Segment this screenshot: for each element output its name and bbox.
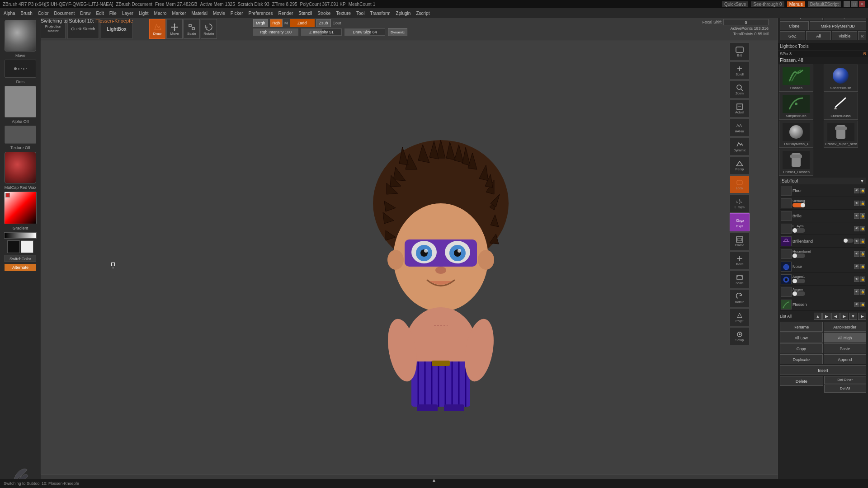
- hosenband-lock[interactable]: 🔒: [860, 251, 865, 257]
- scroll-icon[interactable]: Scroll: [730, 61, 750, 80]
- local-icon[interactable]: Local: [730, 175, 750, 193]
- menu-file[interactable]: File: [108, 10, 118, 16]
- rotate-btn[interactable]: Rotate: [201, 19, 217, 39]
- subtool-flossen[interactable]: Flossen 👁 🔒: [780, 298, 866, 311]
- floor-lock-btn[interactable]: 🔒: [860, 188, 865, 193]
- del-other-btn[interactable]: Del Other: [824, 376, 867, 384]
- quicksave-btn[interactable]: QuickSave: [722, 1, 748, 7]
- tpose3-thumb[interactable]: TPose3_Flossen: [779, 149, 813, 176]
- menu-alpha[interactable]: Alpha: [2, 10, 17, 16]
- menu-material[interactable]: Material: [190, 10, 210, 16]
- nose-lock[interactable]: 🔒: [860, 264, 865, 269]
- zsub-btn[interactable]: Zsub: [316, 19, 331, 27]
- tmpolymesh-thumb[interactable]: TMPolyMesh_1: [779, 121, 813, 148]
- gxyz-icon[interactable]: Gxyz Gxyz: [730, 213, 750, 231]
- aahar-icon[interactable]: AA AAHar: [730, 118, 750, 136]
- laym-eye[interactable]: 👁: [854, 226, 859, 231]
- brille-eye[interactable]: 👁: [854, 213, 859, 219]
- brit-icon[interactable]: Brit: [730, 42, 750, 61]
- tpose2-thumb[interactable]: TPose2_super_here: [824, 121, 858, 148]
- list-all-label[interactable]: List All: [780, 314, 813, 319]
- defaultzscript-btn[interactable]: DefaultZScript: [808, 1, 841, 7]
- menu-render[interactable]: Render: [277, 10, 295, 16]
- all-high-btn[interactable]: All High: [824, 333, 867, 343]
- nose-eye[interactable]: 👁: [854, 264, 859, 269]
- menu-transform[interactable]: Transform: [368, 10, 392, 16]
- swatch-white[interactable]: [21, 240, 33, 253]
- floor-eye-btn[interactable]: 👁: [854, 188, 859, 193]
- nav-left-btn[interactable]: ◀: [831, 313, 840, 320]
- augen-eye[interactable]: 👁: [854, 289, 859, 295]
- frame-icon[interactable]: Frame: [730, 232, 750, 250]
- unflung-eye[interactable]: 👁: [854, 201, 859, 206]
- nav-down-btn[interactable]: ▼: [849, 313, 857, 320]
- lightbox-tools-section[interactable]: Lightbox Tools: [778, 43, 868, 50]
- menu-macro[interactable]: Macro: [152, 10, 169, 16]
- sphere-brush-thumb[interactable]: SphereBrush: [824, 65, 858, 92]
- seethrough-btn[interactable]: See-through 0: [751, 1, 784, 7]
- subtool-title[interactable]: SubTool ▼: [780, 178, 866, 184]
- flossen-lock[interactable]: 🔒: [860, 302, 865, 307]
- draw-size-slider[interactable]: Draw Size 64: [344, 28, 385, 36]
- scale-vp-icon[interactable]: Scale: [730, 270, 750, 288]
- clone-btn[interactable]: Clone: [780, 21, 809, 30]
- actual-icon[interactable]: Actual: [730, 99, 750, 117]
- all-low-btn[interactable]: All Low: [780, 333, 823, 343]
- canvas-area[interactable]: [41, 41, 841, 474]
- gradient-bar[interactable]: [4, 232, 37, 239]
- append-btn[interactable]: Append: [824, 354, 867, 364]
- menu-picker[interactable]: Picker: [229, 10, 245, 16]
- laym-lock[interactable]: 🔒: [860, 226, 865, 231]
- menu-edit[interactable]: Edit: [94, 10, 106, 16]
- subtool-floor[interactable]: Floor 👁 🔒: [780, 184, 866, 197]
- brillenband-lock[interactable]: 🔒: [860, 239, 865, 244]
- augen-lock[interactable]: 🔒: [860, 289, 865, 295]
- dots-preview[interactable]: [5, 60, 36, 78]
- rgb-intensity-slider[interactable]: Rgb Intensity 100: [253, 28, 298, 36]
- menu-document[interactable]: Document: [52, 10, 77, 16]
- menu-tool[interactable]: Tool: [354, 10, 366, 16]
- augen1-lock[interactable]: 🔒: [860, 277, 865, 282]
- subtool-collapse-icon[interactable]: ▼: [860, 178, 864, 183]
- brillenband-toggle[interactable]: [844, 239, 854, 243]
- alternate-btn[interactable]: Alternate: [5, 264, 36, 271]
- menu-stroke[interactable]: Stroke: [316, 10, 332, 16]
- copy-btn[interactable]: Copy: [780, 343, 823, 353]
- nav-up-right-btn[interactable]: ▶: [822, 313, 830, 320]
- subtool-brillenband[interactable]: Brillenband 👁 🔒: [780, 235, 866, 248]
- focal-shift-slider[interactable]: 0: [723, 19, 769, 25]
- swatch-black[interactable]: [7, 240, 20, 253]
- menu-light[interactable]: Light: [137, 10, 151, 16]
- subtool-augen[interactable]: Augen 👁 🔒: [780, 286, 866, 298]
- augen1-eye[interactable]: 👁: [854, 277, 859, 282]
- mrgb-btn[interactable]: Mrgb: [253, 19, 268, 27]
- subtool-augen1[interactable]: Augen1 👁 🔒: [780, 273, 866, 286]
- flossen-thumb[interactable]: Flossen: [779, 65, 813, 92]
- rename-btn[interactable]: Rename: [780, 322, 823, 332]
- menu-stencil[interactable]: Stencil: [297, 10, 314, 16]
- goz-btn[interactable]: GoZ: [780, 31, 805, 40]
- polyf-icon[interactable]: PolyF: [730, 308, 750, 326]
- all-btn[interactable]: All: [806, 31, 831, 40]
- nav-up-btn[interactable]: ▲: [814, 313, 822, 320]
- menu-draw[interactable]: Draw: [78, 10, 92, 16]
- delete-btn[interactable]: Delete: [780, 376, 823, 386]
- subtool-hosenband[interactable]: Hosenband 👁 🔒: [780, 248, 866, 260]
- duplicate-btn[interactable]: Duplicate: [780, 354, 823, 364]
- dynamic-btn[interactable]: Dynamic: [388, 28, 407, 36]
- persp-icon[interactable]: Persp: [730, 156, 750, 174]
- z-intensity-slider[interactable]: Z Intensity 51: [301, 28, 342, 36]
- augen1-toggle[interactable]: [793, 279, 805, 283]
- autoreorder-btn[interactable]: AutoReorder: [824, 322, 867, 332]
- brille-lock[interactable]: 🔒: [860, 213, 865, 219]
- menu-layer[interactable]: Layer: [120, 10, 135, 16]
- r-btn[interactable]: R: [858, 31, 866, 40]
- rotate-vp-icon[interactable]: Rotate: [730, 289, 750, 307]
- setup-icon[interactable]: Setup: [730, 327, 750, 345]
- subtool-laym[interactable]: L_Aym 👁 🔒: [780, 222, 866, 235]
- rgb-btn[interactable]: Rgb: [270, 19, 283, 27]
- eraser-brush-thumb[interactable]: EraserBrush: [824, 93, 858, 120]
- menu-marker[interactable]: Marker: [170, 10, 188, 16]
- scale-btn[interactable]: Scale: [184, 19, 200, 39]
- window-controls[interactable]: _ □ ✕: [844, 1, 865, 7]
